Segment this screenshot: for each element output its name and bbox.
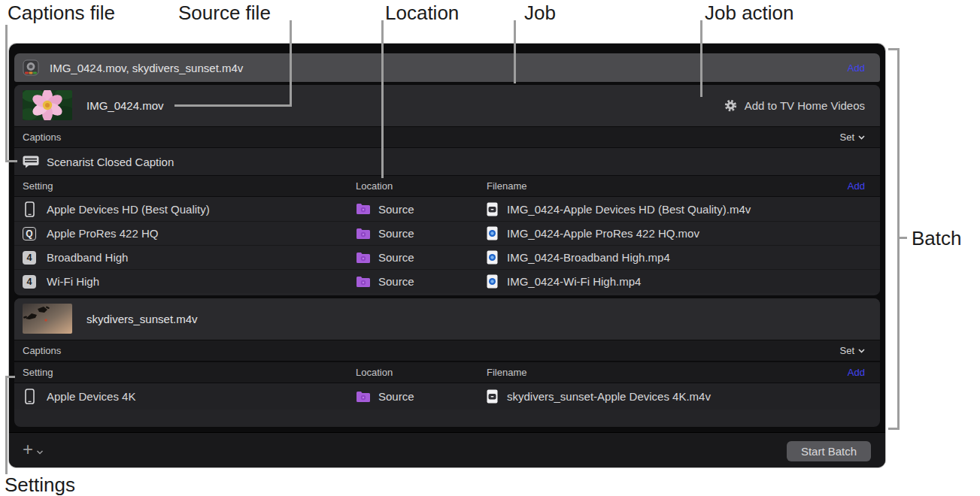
settings-table-header: Setting Location Filename Add: [14, 175, 880, 197]
add-job-button[interactable]: Add: [848, 62, 865, 74]
job-card-img-0424: IMG_0424.mov Add to TV Home Videos Capti…: [14, 85, 880, 295]
add-setting-button[interactable]: Add: [848, 367, 865, 378]
captions-section-header: Captions Set: [14, 126, 880, 148]
label-source-file: Source file: [178, 2, 271, 25]
folder-icon: [356, 203, 371, 215]
compressor-batch-window: IMG_0424.mov, skydivers_sunset.m4v Add: [9, 44, 885, 467]
column-filename: Filename: [487, 180, 526, 192]
label-location: Location: [385, 2, 459, 25]
output-row[interactable]: Apple Devices HD (Best Quality) Source: [14, 197, 880, 221]
mov-file-icon: [487, 226, 498, 240]
filename-value: IMG_0424-Wi-Fi High.mp4: [507, 275, 641, 288]
filename-value: IMG_0424-Broadband High.mp4: [507, 251, 670, 264]
batch-icon: [23, 59, 39, 76]
captions-header-label: Captions: [23, 132, 61, 143]
job-thumbnail-flower: [23, 90, 72, 120]
location-value: Source: [378, 275, 414, 288]
page: Captions file Source file Location Job J…: [0, 0, 980, 496]
filename-value: IMG_0424-Apple Devices HD (Best Quality)…: [507, 203, 751, 216]
setting-name: Broadband High: [47, 251, 128, 264]
setting-name: Apple Devices 4K: [47, 390, 135, 403]
location-value: Source: [378, 390, 414, 403]
captions-set-dropdown[interactable]: Set: [839, 132, 865, 143]
mpeg4-setting-icon: 4: [23, 275, 36, 289]
callout-tick-captions-file: [5, 160, 17, 162]
column-location: Location: [356, 367, 393, 378]
start-batch-button[interactable]: Start Batch: [787, 441, 871, 461]
callout-tick-settings: [5, 376, 15, 378]
output-row[interactable]: Q Apple ProRes 422 HQ Source: [14, 221, 880, 245]
folder-icon: [356, 228, 371, 240]
label-captions-file: Captions file: [8, 2, 115, 25]
job-card-skydivers: skydivers_sunset.m4v Captions Set Settin…: [14, 298, 880, 427]
label-settings: Settings: [5, 473, 75, 496]
folder-icon: [356, 252, 371, 264]
bottom-toolbar: + Start Batch: [9, 432, 885, 467]
column-location: Location: [356, 180, 393, 192]
label-batch: Batch: [912, 227, 962, 250]
setting-name: Apple ProRes 422 HQ: [47, 227, 158, 240]
job-action-label: Add to TV Home Videos: [745, 99, 865, 112]
folder-icon: [356, 276, 371, 288]
captions-header-label: Captions: [23, 345, 61, 356]
label-job: Job: [524, 2, 556, 25]
folder-icon: [356, 391, 371, 403]
m4v-file-icon: [487, 202, 498, 216]
callout-line-settings: [5, 376, 8, 474]
source-file-name: skydivers_sunset.m4v: [86, 298, 198, 340]
source-file-name: IMG_0424.mov: [86, 85, 164, 126]
batch-header[interactable]: IMG_0424.mov, skydivers_sunset.m4v Add: [14, 53, 880, 82]
setting-name: Wi-Fi High: [47, 275, 99, 288]
location-value: Source: [378, 227, 414, 240]
chevron-down-icon: [36, 450, 44, 455]
add-menu-button[interactable]: +: [23, 433, 44, 468]
output-row[interactable]: 4 Wi-Fi High Source: [14, 269, 880, 293]
chevron-down-icon: [858, 135, 865, 140]
job-row[interactable]: IMG_0424.mov Add to TV Home Videos: [14, 85, 880, 126]
captions-section-header: Captions Set: [14, 340, 880, 361]
column-filename: Filename: [487, 367, 526, 378]
callout-tick-batch-top: [888, 48, 900, 50]
captions-set-dropdown[interactable]: Set: [839, 345, 865, 356]
setting-name: Apple Devices HD (Best Quality): [47, 203, 210, 216]
job-action-button[interactable]: Add to TV Home Videos: [724, 85, 865, 126]
location-value: Source: [378, 203, 414, 216]
m4v-file-icon: [487, 389, 498, 404]
callout-line-job: [514, 20, 516, 83]
column-setting: Setting: [23, 367, 53, 378]
gear-icon: [724, 99, 737, 112]
plus-icon: +: [23, 440, 33, 458]
callout-line-batch: [897, 48, 900, 430]
label-job-action: Job action: [705, 2, 794, 25]
filename-value: IMG_0424-Apple ProRes 422 HQ.mov: [507, 227, 699, 240]
iphone-icon: [23, 201, 36, 217]
callout-line-captions-file: [5, 25, 8, 162]
callout-tick-batch-bottom: [888, 428, 900, 430]
filename-value: skydivers_sunset-Apple Devices 4K.m4v: [507, 390, 711, 403]
settings-table-header: Setting Location Filename Add: [14, 361, 880, 383]
job-thumbnail-skydivers: [23, 304, 72, 334]
caption-bubble-icon: [23, 156, 39, 168]
output-row[interactable]: Apple Devices 4K Source: [14, 383, 880, 410]
batch-title: IMG_0424.mov, skydivers_sunset.m4v: [50, 62, 243, 74]
quicktime-setting-icon: Q: [23, 227, 36, 240]
job-row[interactable]: skydivers_sunset.m4v: [14, 298, 880, 340]
mov-file-icon: [487, 274, 498, 289]
callout-tick-source-file: [174, 104, 292, 107]
mpeg4-setting-icon: 4: [23, 251, 36, 265]
output-row[interactable]: 4 Broadband High Source: [14, 245, 880, 269]
callout-tick-batch-label: [897, 237, 907, 239]
location-value: Source: [378, 251, 414, 264]
add-setting-button[interactable]: Add: [848, 180, 865, 192]
callout-line-job-action: [700, 20, 702, 97]
callout-line-source-file: [290, 20, 292, 107]
caption-file-row[interactable]: Scenarist Closed Caption: [14, 148, 880, 175]
mov-file-icon: [487, 250, 498, 265]
iphone-icon: [23, 389, 36, 404]
caption-file-name: Scenarist Closed Caption: [47, 156, 174, 168]
chevron-down-icon: [858, 349, 865, 353]
callout-line-location: [381, 20, 384, 178]
column-setting: Setting: [23, 180, 53, 192]
